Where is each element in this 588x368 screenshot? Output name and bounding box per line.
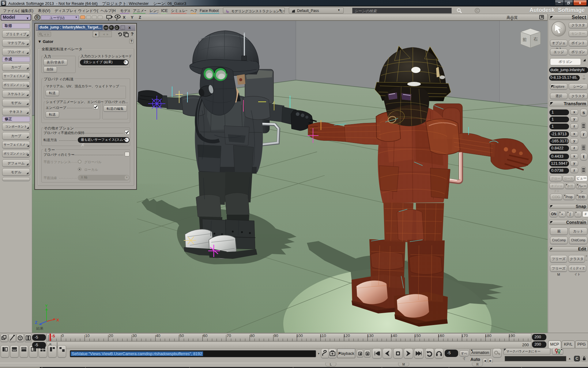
svg-text:X: X: [56, 318, 59, 322]
svg-text:前: 前: [522, 37, 527, 42]
svg-text:結果: 結果: [36, 326, 43, 331]
svg-text:Z: Z: [35, 320, 37, 325]
svg-text:右: 右: [533, 36, 538, 41]
svg-text:Y: Y: [45, 304, 48, 308]
